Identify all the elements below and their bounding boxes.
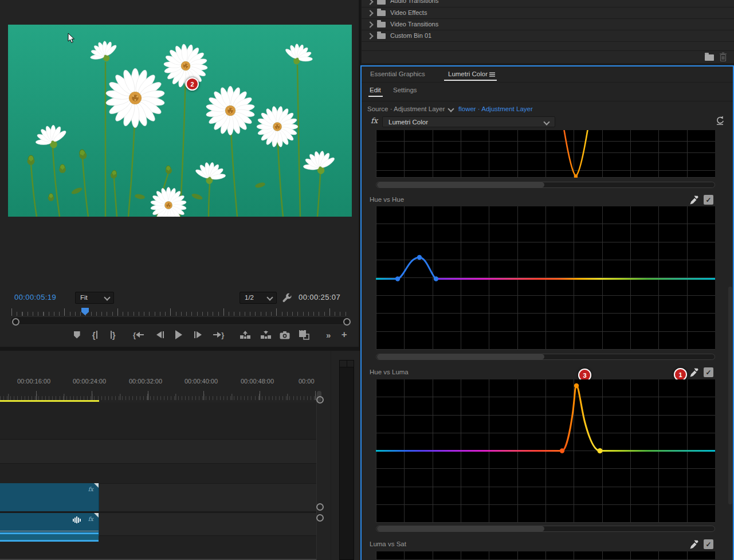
clip-fx-badge: fx [88, 516, 93, 522]
work-area-bar[interactable] [0, 400, 99, 402]
add-marker-button[interactable] [69, 328, 85, 342]
go-to-in-button[interactable]: { [126, 328, 150, 342]
export-frame-button[interactable] [276, 328, 295, 342]
bin-row-audio-transitions[interactable]: Audio Transitions [361, 0, 734, 7]
lift-button[interactable] [234, 328, 257, 342]
tab-lumetri-color[interactable]: Lumetri Color [448, 71, 488, 77]
bin-expand-chevron[interactable] [367, 33, 373, 39]
timeline-ruler-major-ticks [0, 391, 316, 400]
chevron-down-icon [266, 294, 273, 300]
mark-out-button[interactable]: } [104, 328, 121, 342]
mark-in-button[interactable]: { [85, 328, 104, 342]
hue-vs-luma-baseline-right [600, 450, 715, 452]
target-clip-label[interactable]: flower · Adjustment Layer [458, 105, 533, 112]
hue-vs-luma-scrollbar-thumb[interactable] [377, 526, 544, 531]
monitor-ruler-major-ticks [11, 308, 350, 316]
play-icon [175, 330, 182, 339]
hue-vs-luma-eyedropper-icon[interactable] [689, 367, 698, 378]
monitor-duration-timecode: 00:00:25:07 [299, 293, 340, 301]
hue-vs-luma-enable-checkbox[interactable] [704, 367, 713, 377]
monitor-scrollbar[interactable] [10, 316, 351, 325]
monitor-current-timecode[interactable]: 00:00:05:19 [14, 293, 56, 301]
hue-vs-hue-baseline-right [434, 278, 715, 280]
audio-waveform-line-2 [0, 540, 99, 542]
active-tab-underline [444, 80, 497, 81]
comparison-view-icon [299, 330, 310, 340]
panel-menu-icon[interactable] [489, 72, 495, 77]
video-clip[interactable]: fx [0, 483, 99, 511]
luma-vs-sat-eyedropper-icon[interactable] [689, 539, 698, 550]
subtab-edit[interactable]: Edit [370, 87, 381, 93]
bin-expand-chevron[interactable] [367, 0, 373, 5]
delete-trash-button[interactable] [719, 52, 727, 62]
fx-icon: fx [371, 116, 378, 125]
audio-meter-right-channel [347, 361, 354, 367]
playback-resolution-value: 1/2 [245, 294, 254, 301]
monitor-scrollbar-right-handle[interactable] [343, 318, 351, 326]
timeline-ruler-label: 00:00:40:00 [185, 378, 218, 385]
track-keyframe-handle[interactable] [316, 514, 324, 522]
extract-button[interactable] [257, 328, 276, 342]
folder-icon [377, 0, 386, 5]
transport-controls: { } { } [69, 328, 350, 342]
lumetri-panel-scrollbar[interactable] [728, 287, 732, 504]
bin-row-video-transitions[interactable]: Video Transitions [361, 18, 734, 30]
timeline-ruler-label: 00:00:16:00 [17, 378, 50, 385]
timeline-clip-area: 00:00:16:00 00:00:24:00 00:00:32:00 00:0… [0, 351, 331, 560]
luma-vs-sat-curve-grid[interactable] [376, 551, 715, 560]
monitor-scrollbar-left-handle[interactable] [12, 318, 19, 326]
clip-fx-badge: fx [88, 486, 93, 492]
effect-dropdown[interactable]: Lumetri Color [382, 116, 555, 127]
hue-vs-hue-eyedropper-icon[interactable] [689, 194, 698, 205]
go-to-out-icon: } [221, 331, 224, 339]
more-buttons-chevron[interactable]: » [318, 328, 339, 342]
clip-fold-corner [94, 483, 99, 488]
hue-vs-hue-enable-checkbox[interactable] [704, 195, 713, 205]
step-forward-button[interactable] [189, 328, 207, 342]
new-bin-button[interactable] [705, 54, 714, 61]
zoom-level-value: Fit [80, 294, 88, 301]
chevron-down-icon [543, 119, 549, 125]
track-keyframe-handle[interactable] [316, 396, 324, 404]
hue-vs-hue-scrollbar-thumb[interactable] [377, 354, 544, 359]
timeline-right-edge [316, 395, 317, 560]
curve-grid-top[interactable] [376, 130, 715, 178]
play-button[interactable] [170, 328, 189, 342]
bin-expand-chevron[interactable] [367, 21, 373, 28]
curve-top-scrollbar-thumb[interactable] [377, 182, 544, 187]
audio-clip[interactable]: fx [0, 513, 99, 536]
bin-row-video-effects[interactable]: Video Effects [361, 7, 734, 18]
tab-essential-graphics[interactable]: Essential Graphics [370, 71, 425, 77]
step-back-button[interactable] [151, 328, 170, 342]
reset-effect-icon[interactable] [715, 116, 725, 126]
chevron-down-icon [104, 294, 110, 300]
mark-in-icon: { [92, 330, 96, 340]
zoom-level-dropdown[interactable]: Fit [75, 292, 114, 304]
hue-vs-hue-label: Hue vs Hue [370, 196, 404, 203]
luma-vs-sat-label: Luma vs Sat [370, 541, 406, 547]
premiere-window: 2 00:00:05:19 Fit 1/2 00:00:25:07 { } { [0, 0, 734, 560]
luma-vs-sat-enable-checkbox[interactable] [704, 539, 713, 549]
marker-icon [74, 331, 80, 339]
track-keyframe-handle[interactable] [316, 503, 324, 511]
timeline-ruler-label: 00:00 [299, 378, 315, 385]
timeline-ruler-label: 00:00:32:00 [129, 378, 162, 385]
bin-row-custom-bin-01[interactable]: Custom Bin 01 [361, 30, 734, 41]
mark-out-icon: } [112, 330, 116, 340]
camera-icon [280, 331, 290, 339]
playback-resolution-dropdown[interactable]: 1/2 [240, 292, 277, 304]
go-to-out-button[interactable]: } [207, 328, 231, 342]
folder-icon [377, 22, 386, 28]
subtab-settings[interactable]: Settings [393, 87, 417, 93]
add-button-plus[interactable]: + [339, 328, 350, 342]
settings-wrench-icon[interactable] [282, 293, 293, 304]
bin-label: Custom Bin 01 [390, 32, 431, 39]
clip-fold-corner [94, 513, 99, 518]
bin-expand-chevron[interactable] [367, 10, 373, 16]
comparison-view-button[interactable] [295, 328, 315, 342]
folder-icon [377, 33, 386, 39]
timeline-ruler-label: 00:00:48:00 [241, 378, 274, 385]
step-forward-icon [197, 331, 202, 338]
project-bins-list: Audio Transitions Video Effects Video Tr… [361, 0, 734, 63]
track-v2-row [0, 439, 316, 464]
